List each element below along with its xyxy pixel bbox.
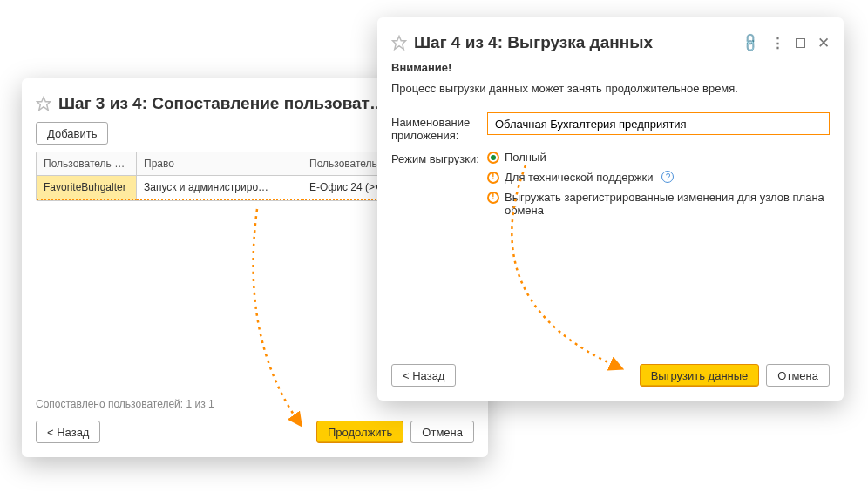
radio-label: Полный <box>505 151 546 164</box>
radio-label: Выгружать зарегистрированные изменения д… <box>505 191 830 217</box>
svg-marker-0 <box>37 98 51 111</box>
app-name-row: Наименование приложения: <box>391 112 830 142</box>
close-icon[interactable]: ✕ <box>817 34 830 52</box>
radio-label: Для технической поддержки <box>505 171 653 184</box>
status-text: Сопоставлено пользователей: 1 из 1 <box>36 398 214 410</box>
mode-support-option[interactable]: Для технической поддержки ? <box>487 171 830 184</box>
add-button[interactable]: Добавить <box>36 122 108 145</box>
favorite-star-icon[interactable] <box>391 35 407 51</box>
mode-full-option[interactable]: Полный <box>487 151 830 164</box>
mode-label: Режим выгрузки: <box>391 149 487 165</box>
footer: < Назад Выгрузить данные Отмена <box>391 364 830 387</box>
cancel-button[interactable]: Отмена <box>766 364 830 387</box>
window-title: Шаг 4 из 4: Выгрузка данных <box>414 33 736 52</box>
mode-changes-option[interactable]: Выгружать зарегистрированные изменения д… <box>487 191 830 217</box>
more-icon[interactable]: ⋮ <box>771 35 783 51</box>
col-user[interactable]: Пользователь … <box>37 152 137 176</box>
app-name-input[interactable] <box>487 112 830 135</box>
cell-right: Запуск и администриро… <box>137 176 302 200</box>
maximize-icon[interactable] <box>796 38 805 48</box>
radio-icon[interactable] <box>487 172 499 184</box>
step4-window: Шаг 4 из 4: Выгрузка данных 🔗 ⋮ ✕ Вниман… <box>377 17 844 401</box>
back-button[interactable]: < Назад <box>36 421 100 443</box>
title-icons: 🔗 ⋮ ✕ <box>743 34 830 52</box>
description-text: Процесс выгрузки данных может занять про… <box>391 81 830 97</box>
export-button[interactable]: Выгрузить данные <box>640 364 760 387</box>
favorite-star-icon[interactable] <box>36 96 51 111</box>
radio-icon[interactable] <box>487 192 499 204</box>
cell-user: FavoriteBuhgalter <box>37 176 137 200</box>
link-icon[interactable]: 🔗 <box>739 31 762 54</box>
back-button[interactable]: < Назад <box>391 364 456 387</box>
title-row: Шаг 4 из 4: Выгрузка данных 🔗 ⋮ ✕ <box>391 33 830 52</box>
continue-button[interactable]: Продолжить <box>316 421 403 443</box>
mode-row: Режим выгрузки: Полный Для технической п… <box>391 149 830 217</box>
cancel-button[interactable]: Отмена <box>410 421 474 443</box>
app-name-label: Наименование приложения: <box>391 112 487 142</box>
col-right[interactable]: Право <box>137 152 302 176</box>
svg-marker-1 <box>393 37 406 50</box>
radio-icon[interactable] <box>487 152 499 164</box>
help-icon[interactable]: ? <box>661 171 674 183</box>
attention-heading: Внимание! <box>391 61 830 74</box>
footer: < Назад Продолжить Отмена <box>36 421 474 443</box>
